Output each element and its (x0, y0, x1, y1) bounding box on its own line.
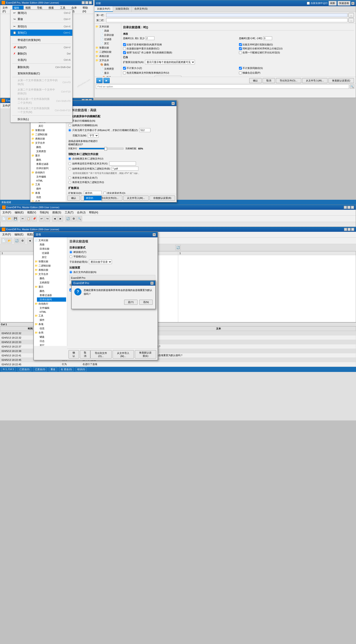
toolbar-copy-icon[interactable]: 📋 (26, 216, 31, 221)
tree-textcompare[interactable]: 📁 文本比较 (96, 24, 120, 29)
cb6[interactable] (239, 51, 242, 54)
cb4[interactable] (239, 47, 242, 50)
options-close-btn[interactable]: ✕ (172, 102, 175, 105)
opt-tree-fileedit[interactable]: 文件编辑 (34, 175, 65, 179)
opt2-disp-color[interactable]: 颜色 (37, 289, 66, 293)
confirm-no-btn[interactable]: 否(N) (139, 300, 153, 305)
file1-input[interactable]: C:\Program Files (x86)\uMixUTC_Donatewar… (106, 13, 348, 17)
force-text-input[interactable] (109, 162, 136, 166)
expand-opt-myers[interactable]: 迈尔斯 (84, 200, 102, 201)
options-ok-btn[interactable]: 确认 (68, 196, 80, 201)
realtime-checkbox[interactable] (307, 2, 310, 5)
opt2-filter[interactable]: 过滤器 (39, 251, 66, 255)
cb10[interactable] (239, 72, 242, 74)
opt-tree-color2[interactable]: 颜色 (34, 145, 65, 149)
opt2-info[interactable]: 信息 (37, 326, 66, 330)
opt-tree-dircols[interactable]: 目录比较列 (34, 166, 65, 170)
period-min-input[interactable] (146, 36, 154, 40)
file1-browse-btn[interactable]: ... (348, 13, 354, 17)
tree-dircompare[interactable]: 📄 目录比较 (98, 33, 120, 37)
app4-small-compare[interactable]: 🔄 (175, 245, 181, 250)
cb5[interactable] (123, 51, 126, 54)
backup-input[interactable] (155, 76, 181, 77)
app4-close-btn[interactable]: ✕ (351, 228, 354, 231)
menu-add-block1[interactable]: 将块从第一个文件添加到第二个文件(K) Ctrl+Shift+F9 (10, 96, 72, 106)
main-close-btn[interactable]: ✕ (351, 206, 354, 209)
cb3[interactable] (123, 47, 126, 50)
opt-tree-display[interactable]: 📁 显示 (31, 154, 65, 158)
menu-replace-block2[interactable]: 从第二个文件替换第一个文件中的块(S) Ctrl+F10 (10, 87, 72, 96)
menu-redo[interactable]: ↪ 重做 Ctrl+Y (10, 16, 72, 22)
opt-tree-doctype[interactable]: 文档类型 (34, 149, 65, 154)
file2-browse-btn[interactable]: ... (348, 18, 354, 22)
options-copy-btn[interactable]: 你复默认设置(B) (150, 196, 175, 201)
main-menu-tools[interactable]: 工具(T) (64, 210, 75, 215)
opt2-tools[interactable]: 📁 工具 (35, 314, 66, 318)
cb8[interactable] (239, 67, 242, 70)
opt2-dir[interactable]: 目录比较 (37, 247, 66, 251)
force-binary-input[interactable] (112, 166, 138, 170)
menu-split-block[interactable]: 拆分块(L) (10, 116, 72, 122)
toolbar-new-icon[interactable]: 📄 (1, 216, 6, 221)
opt2-text[interactable]: 📄 文本比较 (35, 238, 66, 242)
opt2-global[interactable]: 📁 全局 (35, 330, 66, 335)
main-min-btn[interactable]: ─ (344, 206, 347, 209)
opt-tree-html[interactable]: HTML (34, 179, 65, 182)
opt-tree-tensor[interactable]: 📁 张量比较 (31, 128, 65, 132)
fuzzy-slider-track[interactable] (79, 148, 124, 150)
app4-toolbar-new[interactable]: 📄 (1, 238, 6, 243)
menu-copy-block[interactable]: 复制块到剪贴板(C) (10, 70, 72, 76)
toolbar-cut-icon[interactable]: ✂ (20, 216, 25, 221)
toolbar-next-icon[interactable]: ► (58, 216, 63, 221)
menu-selectall[interactable]: 全选(A) Ctrl+A (10, 57, 72, 63)
opt-tree-table[interactable]: 📁 表格比较 (31, 136, 65, 141)
tree-color[interactable]: 🎨 颜色 (98, 62, 120, 67)
fuzzy-size-input[interactable] (139, 128, 150, 132)
opt2-viewfilter[interactable]: 查看过滤器 (37, 293, 66, 298)
menu-copy[interactable]: 📋 复制(C) Ctrl+C (10, 30, 72, 36)
cb1[interactable] (123, 43, 126, 46)
opt-tree-other[interactable]: 其它 (36, 124, 65, 128)
opt-tree-viewfilter[interactable]: 查看过滤器 (34, 162, 65, 166)
opt-tree-plugin[interactable]: 插件 (34, 187, 65, 191)
close-btn[interactable]: ✕ (89, 1, 92, 4)
opt2-doctype[interactable]: 文档类型 (37, 280, 66, 285)
nav-prev-btn[interactable]: ◄ (96, 78, 102, 83)
opt2-advanced[interactable]: 高级 (37, 242, 66, 247)
main-menu-view[interactable]: 视图(V) (26, 210, 38, 215)
main-max-btn[interactable]: □ (347, 206, 350, 209)
toolbar-filter-icon[interactable]: 🔍 (77, 216, 82, 221)
opt2-fileedit[interactable]: 文件编辑 (37, 306, 66, 310)
import-btn[interactable]: 从文件导入(M)... (302, 78, 328, 83)
opt2-other[interactable]: 其它 (39, 255, 66, 260)
opt2-display[interactable]: 📁 显示 (35, 285, 66, 289)
refresh-btn[interactable]: 刷新 (329, 1, 337, 6)
toolbar-redo-icon[interactable]: ↪ (45, 216, 50, 221)
opt2-plugin[interactable]: 插件 (37, 318, 66, 322)
opt2-auto[interactable]: 📁 自动执行 (35, 302, 66, 306)
tree-display-color[interactable]: 🎨 颜色 (100, 75, 120, 77)
toolbar-save-icon[interactable]: 💾 (13, 216, 18, 221)
opt-tree-conditions[interactable]: 📁 条项 (31, 191, 65, 195)
toolbar-paste-icon[interactable]: 📌 (32, 216, 37, 221)
opt2-binary[interactable]: 📁 二进制比较 (35, 264, 66, 268)
expand-opt-typical[interactable]: 典型的 (84, 196, 102, 200)
opt2-color[interactable]: 颜色 (37, 276, 66, 280)
opt2-tensor[interactable]: 📁 张量比较 (35, 260, 66, 264)
menu-delete[interactable]: ✗ 删除(D) Del (10, 50, 72, 57)
cancel-btn[interactable]: 取消 (262, 78, 275, 83)
tree-binary[interactable]: 📁 二进制比较 (96, 50, 120, 54)
opt2-log[interactable]: 日志 (37, 339, 66, 343)
opt2-table[interactable]: 📁 表格比较 (35, 268, 66, 272)
opt-tree-global[interactable]: 📁 全局 (31, 199, 65, 201)
subdirs-select[interactable]: 逐目比较子目录 (89, 260, 112, 264)
tree-table[interactable]: 📁 表格比较 (96, 54, 120, 58)
tree-display[interactable]: 📄 显示 (98, 71, 120, 75)
options-import-btn[interactable]: 从文件导入(M)... (123, 196, 149, 201)
tab-merge-files[interactable]: 合并文件(S) (132, 6, 150, 12)
toolbar-compare-icon[interactable]: 🔄 (65, 216, 70, 221)
expand-select[interactable]: 显示只显示每个差值的初始匹配档案可见 (145, 60, 195, 64)
app4-toolbar-open[interactable]: 📂 (7, 238, 12, 243)
maximize-btn[interactable]: □ (85, 1, 88, 4)
tab-compare-dirs[interactable]: 比较目录(D) (113, 6, 132, 12)
